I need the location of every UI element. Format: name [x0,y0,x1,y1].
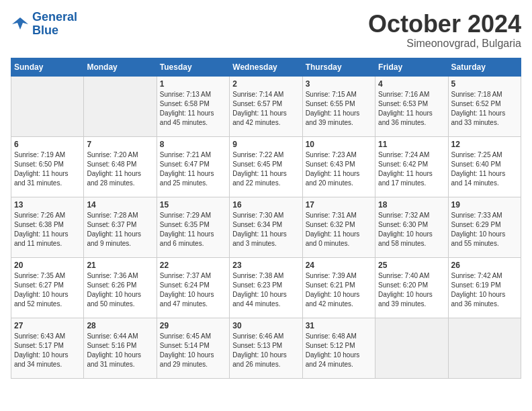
day-info: Sunrise: 7:22 AM Sunset: 6:45 PM Dayligh… [232,150,299,188]
day-info: Sunrise: 7:32 AM Sunset: 6:30 PM Dayligh… [378,211,445,248]
day-number: 9 [232,140,299,149]
calendar-cell: 14Sunrise: 7:28 AM Sunset: 6:37 PM Dayli… [84,197,157,257]
day-info: Sunrise: 7:42 AM Sunset: 6:19 PM Dayligh… [451,271,518,309]
logo: GeneralBlue [11,11,77,38]
day-number: 8 [160,140,226,149]
day-info: Sunrise: 7:30 AM Sunset: 6:34 PM Dayligh… [232,211,299,248]
day-number: 19 [451,200,518,210]
day-info: Sunrise: 7:35 AM Sunset: 6:27 PM Dayligh… [14,271,81,309]
day-info: Sunrise: 7:26 AM Sunset: 6:38 PM Dayligh… [14,211,81,248]
calendar-cell: 28Sunrise: 6:44 AM Sunset: 5:16 PM Dayli… [84,318,157,378]
day-number: 17 [306,200,372,210]
calendar-cell: 6Sunrise: 7:19 AM Sunset: 6:50 PM Daylig… [11,136,84,197]
day-number: 22 [160,261,226,270]
calendar-cell: 31Sunrise: 6:48 AM Sunset: 5:12 PM Dayli… [302,318,375,378]
day-number: 25 [378,261,445,270]
day-info: Sunrise: 7:40 AM Sunset: 6:20 PM Dayligh… [378,271,445,309]
week-row: 27Sunrise: 6:43 AM Sunset: 5:17 PM Dayli… [11,318,521,378]
calendar-cell: 23Sunrise: 7:38 AM Sunset: 6:23 PM Dayli… [230,257,302,318]
calendar-cell: 24Sunrise: 7:39 AM Sunset: 6:21 PM Dayli… [302,257,375,318]
week-row: 13Sunrise: 7:26 AM Sunset: 6:38 PM Dayli… [11,197,521,257]
day-info: Sunrise: 6:48 AM Sunset: 5:12 PM Dayligh… [306,332,372,369]
calendar-cell [375,318,448,378]
calendar-table: SundayMondayTuesdayWednesdayThursdayFrid… [11,58,521,379]
calendar-cell: 1Sunrise: 7:13 AM Sunset: 6:58 PM Daylig… [157,76,229,136]
day-info: Sunrise: 7:23 AM Sunset: 6:43 PM Dayligh… [306,150,372,188]
day-number: 28 [87,321,153,330]
day-number: 4 [378,79,445,89]
day-info: Sunrise: 7:36 AM Sunset: 6:26 PM Dayligh… [87,271,153,309]
calendar-cell: 2Sunrise: 7:14 AM Sunset: 6:57 PM Daylig… [230,76,302,136]
calendar-cell: 29Sunrise: 6:45 AM Sunset: 5:14 PM Dayli… [157,318,229,378]
calendar-cell: 17Sunrise: 7:31 AM Sunset: 6:32 PM Dayli… [302,197,375,257]
day-info: Sunrise: 7:13 AM Sunset: 6:58 PM Dayligh… [160,90,226,128]
day-number: 31 [306,321,372,330]
day-number: 5 [451,79,518,89]
day-number: 16 [232,200,299,210]
week-row: 6Sunrise: 7:19 AM Sunset: 6:50 PM Daylig… [11,136,521,197]
day-info: Sunrise: 6:45 AM Sunset: 5:14 PM Dayligh… [160,332,226,369]
day-number: 14 [87,200,153,210]
day-number: 23 [232,261,299,270]
day-info: Sunrise: 7:16 AM Sunset: 6:53 PM Dayligh… [378,90,445,128]
header-row: SundayMondayTuesdayWednesdayThursdayFrid… [11,58,521,76]
day-info: Sunrise: 7:18 AM Sunset: 6:52 PM Dayligh… [451,90,518,128]
month-title: October 2024 [368,11,521,38]
calendar-cell: 20Sunrise: 7:35 AM Sunset: 6:27 PM Dayli… [11,257,84,318]
calendar-cell: 4Sunrise: 7:16 AM Sunset: 6:53 PM Daylig… [375,76,448,136]
week-row: 1Sunrise: 7:13 AM Sunset: 6:58 PM Daylig… [11,76,521,136]
day-info: Sunrise: 7:39 AM Sunset: 6:21 PM Dayligh… [306,271,372,309]
week-row: 20Sunrise: 7:35 AM Sunset: 6:27 PM Dayli… [11,257,521,318]
location-subtitle: Simeonovgrad, Bulgaria [368,38,521,50]
day-header: Thursday [302,58,375,76]
day-info: Sunrise: 7:19 AM Sunset: 6:50 PM Dayligh… [14,150,81,188]
day-header: Sunday [11,58,84,76]
calendar-cell: 8Sunrise: 7:21 AM Sunset: 6:47 PM Daylig… [157,136,229,197]
calendar-cell: 10Sunrise: 7:23 AM Sunset: 6:43 PM Dayli… [302,136,375,197]
calendar-cell: 16Sunrise: 7:30 AM Sunset: 6:34 PM Dayli… [230,197,302,257]
day-info: Sunrise: 7:31 AM Sunset: 6:32 PM Dayligh… [306,211,372,248]
calendar-cell: 21Sunrise: 7:36 AM Sunset: 6:26 PM Dayli… [84,257,157,318]
day-number: 3 [306,79,372,89]
calendar-cell: 25Sunrise: 7:40 AM Sunset: 6:20 PM Dayli… [375,257,448,318]
day-header: Saturday [448,58,521,76]
day-number: 10 [306,140,372,149]
day-number: 6 [14,140,81,149]
day-info: Sunrise: 6:43 AM Sunset: 5:17 PM Dayligh… [14,332,81,369]
day-header: Friday [375,58,448,76]
day-number: 27 [14,321,81,330]
day-number: 20 [14,261,81,270]
day-info: Sunrise: 7:21 AM Sunset: 6:47 PM Dayligh… [160,150,226,188]
calendar-cell [448,318,521,378]
day-header: Monday [84,58,157,76]
day-info: Sunrise: 7:15 AM Sunset: 6:55 PM Dayligh… [306,90,372,128]
day-info: Sunrise: 7:28 AM Sunset: 6:37 PM Dayligh… [87,211,153,248]
day-number: 12 [451,140,518,149]
day-info: Sunrise: 7:20 AM Sunset: 6:48 PM Dayligh… [87,150,153,188]
day-number: 30 [232,321,299,330]
calendar-cell [11,76,84,136]
day-info: Sunrise: 6:44 AM Sunset: 5:16 PM Dayligh… [87,332,153,369]
page-header: GeneralBlue October 2024 Simeonovgrad, B… [11,11,521,50]
calendar-cell [84,76,157,136]
day-number: 18 [378,200,445,210]
calendar-cell: 7Sunrise: 7:20 AM Sunset: 6:48 PM Daylig… [84,136,157,197]
calendar-cell: 18Sunrise: 7:32 AM Sunset: 6:30 PM Dayli… [375,197,448,257]
day-number: 11 [378,140,445,149]
calendar-cell: 15Sunrise: 7:29 AM Sunset: 6:35 PM Dayli… [157,197,229,257]
calendar-cell: 27Sunrise: 6:43 AM Sunset: 5:17 PM Dayli… [11,318,84,378]
day-info: Sunrise: 7:24 AM Sunset: 6:42 PM Dayligh… [378,150,445,188]
day-info: Sunrise: 7:33 AM Sunset: 6:29 PM Dayligh… [451,211,518,248]
calendar-cell: 19Sunrise: 7:33 AM Sunset: 6:29 PM Dayli… [448,197,521,257]
calendar-cell: 26Sunrise: 7:42 AM Sunset: 6:19 PM Dayli… [448,257,521,318]
day-header: Tuesday [157,58,229,76]
day-number: 13 [14,200,81,210]
day-number: 7 [87,140,153,149]
calendar-cell: 11Sunrise: 7:24 AM Sunset: 6:42 PM Dayli… [375,136,448,197]
day-number: 24 [306,261,372,270]
calendar-cell: 5Sunrise: 7:18 AM Sunset: 6:52 PM Daylig… [448,76,521,136]
day-header: Wednesday [230,58,302,76]
calendar-cell: 30Sunrise: 6:46 AM Sunset: 5:13 PM Dayli… [230,318,302,378]
day-number: 2 [232,79,299,89]
calendar-cell: 12Sunrise: 7:25 AM Sunset: 6:40 PM Dayli… [448,136,521,197]
